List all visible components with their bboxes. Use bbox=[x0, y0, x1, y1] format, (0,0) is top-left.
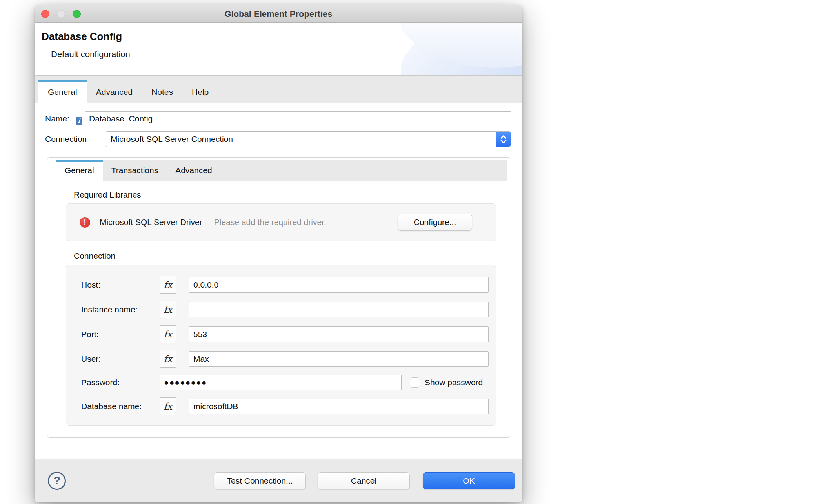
field-row-database-name: Database name:fx bbox=[81, 397, 489, 415]
field-label: Instance name: bbox=[81, 305, 160, 314]
fx-expression-icon[interactable]: fx bbox=[160, 397, 176, 415]
field-row-password: Password:Show password bbox=[81, 375, 489, 390]
tab-general[interactable]: General bbox=[38, 80, 87, 103]
fx-expression-icon[interactable]: fx bbox=[160, 350, 176, 368]
page-subtitle: Default configuration bbox=[51, 49, 522, 60]
configure-button[interactable]: Configure... bbox=[398, 214, 472, 231]
instance-name-input[interactable] bbox=[189, 302, 489, 317]
fx-expression-icon[interactable]: fx bbox=[160, 325, 176, 343]
field-label: Host: bbox=[81, 280, 160, 290]
show-password-checkbox[interactable] bbox=[410, 377, 420, 388]
required-libraries-box: ! Microsoft SQL Server Driver Please add… bbox=[66, 203, 496, 241]
error-icon: ! bbox=[80, 217, 90, 228]
show-password-label: Show password bbox=[425, 378, 503, 387]
outer-tab-bar: GeneralAdvancedNotesHelp bbox=[35, 75, 522, 103]
title-bar[interactable]: Global Element Properties bbox=[35, 5, 522, 23]
field-row-host: Host:fx bbox=[81, 276, 489, 294]
tab-help[interactable]: Help bbox=[182, 80, 218, 103]
test-connection-button[interactable]: Test Connection... bbox=[214, 472, 306, 489]
connection-section-label: Connection bbox=[74, 251, 496, 261]
user-input[interactable] bbox=[189, 351, 489, 367]
info-icon: i bbox=[76, 117, 82, 125]
help-button[interactable]: ? bbox=[48, 472, 66, 490]
connection-select-value: Microsoft SQL Server Connection bbox=[105, 134, 496, 144]
field-row-instance-name: Instance name:fx bbox=[81, 301, 489, 318]
select-stepper-icon bbox=[496, 131, 511, 147]
inner-tab-general[interactable]: General bbox=[56, 160, 103, 181]
field-label: Database name: bbox=[81, 402, 160, 411]
tab-notes[interactable]: Notes bbox=[142, 80, 182, 103]
inner-tab-bar: GeneralTransactionsAdvanced bbox=[56, 160, 507, 181]
connection-fields-box: Host:fxInstance name:fxPort:fxUser:fxPas… bbox=[66, 265, 496, 426]
port-input[interactable] bbox=[189, 326, 489, 342]
footer-bar: ? Test Connection... Cancel OK bbox=[35, 459, 522, 502]
tab-advanced[interactable]: Advanced bbox=[87, 80, 142, 103]
driver-message: Please add the required driver. bbox=[214, 218, 326, 227]
dialog-header: Database Config Default configuration bbox=[35, 23, 522, 75]
name-input[interactable] bbox=[85, 111, 511, 126]
password-input[interactable] bbox=[160, 375, 402, 390]
driver-name: Microsoft SQL Server Driver bbox=[100, 218, 202, 227]
name-field-row: Name: i bbox=[45, 111, 511, 126]
inner-tab-transactions[interactable]: Transactions bbox=[103, 160, 167, 181]
connection-select[interactable]: Microsoft SQL Server Connection bbox=[105, 131, 511, 147]
ok-button[interactable]: OK bbox=[423, 472, 515, 489]
general-tab-content: Name: i Connection Microsoft SQL Server … bbox=[35, 103, 522, 459]
connection-field-row: Connection Microsoft SQL Server Connecti… bbox=[45, 131, 511, 147]
name-label: Name: bbox=[45, 114, 76, 123]
field-label: User: bbox=[81, 354, 160, 364]
window-title: Global Element Properties bbox=[35, 9, 522, 19]
field-label: Password: bbox=[81, 378, 160, 387]
page-title: Database Config bbox=[42, 31, 522, 43]
fx-expression-icon[interactable]: fx bbox=[160, 276, 176, 294]
inner-tab-advanced[interactable]: Advanced bbox=[167, 160, 220, 181]
fx-expression-icon[interactable]: fx bbox=[160, 301, 176, 318]
required-libraries-section-label: Required Libraries bbox=[74, 190, 496, 199]
field-row-port: Port:fx bbox=[81, 325, 489, 343]
field-label: Port: bbox=[81, 330, 160, 339]
field-row-user: User:fx bbox=[81, 350, 489, 368]
global-element-properties-dialog: Global Element Properties Database Confi… bbox=[35, 5, 522, 502]
connection-label: Connection bbox=[45, 134, 105, 144]
host-input[interactable] bbox=[189, 277, 489, 293]
cancel-button[interactable]: Cancel bbox=[318, 472, 410, 489]
connection-config-panel: GeneralTransactionsAdvanced Required Lib… bbox=[47, 157, 510, 438]
database-name-input[interactable] bbox=[189, 399, 489, 414]
